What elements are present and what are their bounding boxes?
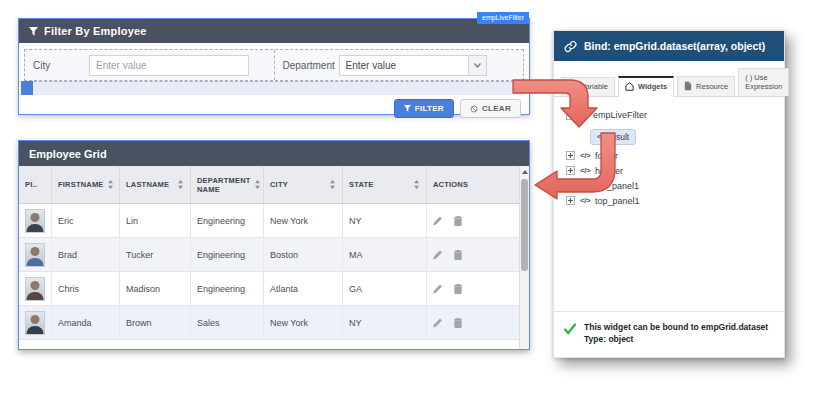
department-field-group: Department Enter value xyxy=(274,50,524,80)
variable-icon xyxy=(568,82,577,91)
grid-panel-title: Employee Grid xyxy=(29,148,107,160)
delete-trash-icon[interactable] xyxy=(453,283,463,294)
screenshot-stage: empLiveFilter Filter By Employee City De… xyxy=(0,0,820,402)
bind-message-line2: Type: object xyxy=(584,333,768,345)
cell-firstname: Chris xyxy=(52,272,120,305)
department-select[interactable]: Enter value xyxy=(339,55,487,76)
column-label: DEPARTMENT NAME xyxy=(197,176,251,194)
delete-trash-icon[interactable] xyxy=(453,317,463,328)
expand-plus-icon[interactable] xyxy=(566,196,575,205)
clear-button[interactable]: CLEAR xyxy=(460,99,521,118)
sort-icon[interactable] xyxy=(254,180,261,189)
filter-button[interactable]: FILTER xyxy=(394,99,454,118)
sort-icon[interactable] xyxy=(177,180,184,189)
tab-label: Resource xyxy=(696,82,728,91)
grid-body: PI.. FIRSTNAME LASTNAME DEPARTMENT NAME … xyxy=(19,166,529,349)
tree-node-label: empLiveFilter xyxy=(593,110,647,120)
expand-plus-icon[interactable] xyxy=(566,151,575,160)
collapse-minus-icon[interactable] xyxy=(566,111,575,120)
column-header-picture[interactable]: PI.. xyxy=(19,166,52,203)
city-input[interactable] xyxy=(89,55,249,76)
bind-status-message: This widget can be bound to empGrid.data… xyxy=(554,311,784,357)
chevron-down-icon[interactable] xyxy=(468,56,486,75)
resize-handle[interactable] xyxy=(21,81,33,95)
tree-node-label: top_panel1 xyxy=(595,196,640,206)
scroll-up-icon[interactable] xyxy=(520,166,529,177)
sort-icon[interactable] xyxy=(413,180,420,189)
code-icon: <> xyxy=(597,132,605,141)
code-icon: </> xyxy=(580,181,590,190)
filter-funnel-icon xyxy=(29,27,38,36)
widgets-tree: empLiveFilter <> result </> footer </> h… xyxy=(554,97,784,311)
filter-panel-title: Filter By Employee xyxy=(44,25,147,37)
tree-node-left-panel1[interactable]: </> left_panel1 xyxy=(566,181,772,191)
sort-icon[interactable] xyxy=(329,180,336,189)
widgets-icon xyxy=(625,82,634,91)
clear-ban-icon xyxy=(470,105,478,113)
column-label: PI.. xyxy=(25,180,45,189)
code-icon: </> xyxy=(580,166,590,175)
tab-use-expression[interactable]: ( ) Use Expression xyxy=(738,68,789,96)
employee-photo xyxy=(25,311,45,335)
expand-plus-icon[interactable] xyxy=(566,181,575,190)
cell-state: NY xyxy=(343,306,427,339)
filter-funnel-icon xyxy=(404,105,411,112)
employee-grid-panel: Employee Grid PI.. FIRSTNAME LASTNAME DE… xyxy=(18,140,530,350)
column-header-city[interactable]: CITY xyxy=(264,166,343,203)
sort-icon[interactable] xyxy=(107,180,114,189)
column-label: FIRSTNAME xyxy=(58,180,104,189)
cell-firstname: Amanda xyxy=(52,306,120,339)
expand-plus-icon[interactable] xyxy=(566,166,575,175)
edit-pencil-icon[interactable] xyxy=(433,283,443,294)
edit-pencil-icon[interactable] xyxy=(433,317,443,328)
column-header-department[interactable]: DEPARTMENT NAME xyxy=(191,166,264,203)
cell-lastname: Lin xyxy=(120,204,191,237)
employee-photo xyxy=(25,243,45,267)
cell-actions xyxy=(427,272,519,305)
cell-department: Engineering xyxy=(191,204,264,237)
table-row[interactable]: Amanda Brown Sales New York NY xyxy=(19,306,519,340)
link-icon xyxy=(564,40,577,53)
cell-picture xyxy=(19,204,52,237)
tab-resource[interactable]: Resource xyxy=(677,76,735,96)
cell-city: New York xyxy=(264,306,343,339)
cell-city: New York xyxy=(264,204,343,237)
clear-button-label: CLEAR xyxy=(482,104,511,113)
column-header-lastname[interactable]: LASTNAME xyxy=(120,166,191,203)
tab-variable[interactable]: Variable xyxy=(561,77,615,96)
tree-node-top-panel1[interactable]: </> top_panel1 xyxy=(566,196,772,206)
tab-label: ( ) Use Expression xyxy=(745,73,782,91)
table-row[interactable]: Chris Madison Engineering Atlanta GA xyxy=(19,272,519,306)
cell-actions xyxy=(427,306,519,339)
tree-node-footer[interactable]: </> footer xyxy=(566,151,772,161)
edit-pencil-icon[interactable] xyxy=(433,215,443,226)
department-select-value: Enter value xyxy=(340,60,468,71)
employee-photo xyxy=(25,277,45,301)
tab-widgets[interactable]: Widgets xyxy=(618,76,674,97)
filter-funnel-icon xyxy=(580,111,588,119)
city-label: City xyxy=(33,60,81,71)
tree-node-result[interactable]: <> result xyxy=(590,129,636,145)
edit-pencil-icon[interactable] xyxy=(433,249,443,260)
column-header-firstname[interactable]: FIRSTNAME xyxy=(52,166,120,203)
tree-node-emplivefilter[interactable]: empLiveFilter xyxy=(566,110,772,120)
bind-dialog-title: Bind: empGrid.dataset(array, object) xyxy=(584,40,765,52)
table-row[interactable]: Eric Lin Engineering New York NY xyxy=(19,204,519,238)
cell-state: MA xyxy=(343,238,427,271)
check-icon xyxy=(564,323,576,335)
tree-node-header[interactable]: </> header xyxy=(566,166,772,176)
column-header-actions: ACTIONS xyxy=(427,166,519,203)
column-header-state[interactable]: STATE xyxy=(343,166,427,203)
delete-trash-icon[interactable] xyxy=(453,249,463,260)
cell-lastname: Brown xyxy=(120,306,191,339)
column-label: CITY xyxy=(270,180,326,189)
delete-trash-icon[interactable] xyxy=(453,215,463,226)
tree-node-label: footer xyxy=(595,151,618,161)
column-label: STATE xyxy=(349,180,410,189)
vertical-scrollbar[interactable] xyxy=(519,166,529,349)
bind-message-line1: This widget can be bound to empGrid.data… xyxy=(584,321,768,333)
table-row[interactable]: Brad Tucker Engineering Boston MA xyxy=(19,238,519,272)
scrollbar-thumb[interactable] xyxy=(521,179,528,271)
cell-state: NY xyxy=(343,204,427,237)
tree-node-label: result xyxy=(608,132,629,142)
